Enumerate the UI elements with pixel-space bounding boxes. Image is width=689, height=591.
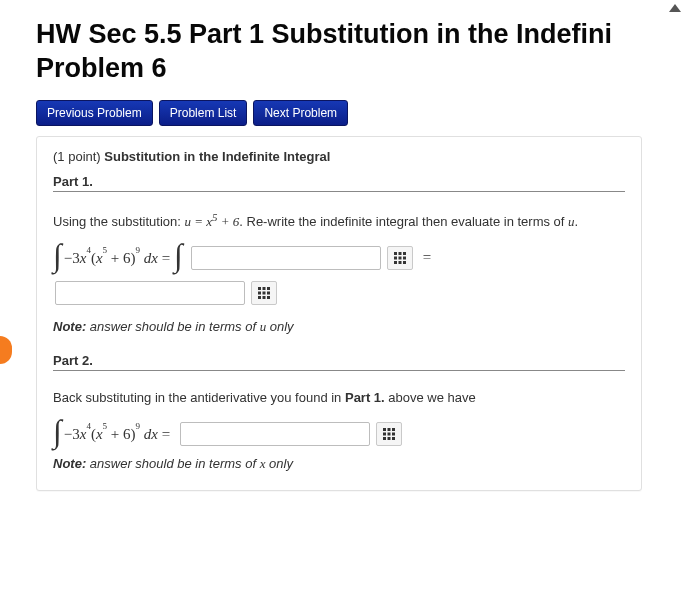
keypad-icon <box>394 252 406 264</box>
previous-problem-button[interactable]: Previous Problem <box>36 100 153 126</box>
svg-rect-10 <box>263 287 266 290</box>
svg-rect-16 <box>263 296 266 299</box>
part1-integrand-input[interactable] <box>191 246 381 270</box>
scroll-up-indicator[interactable] <box>669 4 681 12</box>
part1-intro-after: . Re-write the indefinite integral then … <box>239 214 568 229</box>
svg-rect-20 <box>392 428 395 431</box>
part2-intro-after: above we have <box>385 390 476 405</box>
part2-intro-bold: Part 1. <box>345 390 385 405</box>
points-prefix: (1 point) <box>53 149 104 164</box>
svg-rect-6 <box>394 261 397 264</box>
keypad-icon <box>258 287 270 299</box>
part1-note: Note: answer should be in terms of u onl… <box>53 319 625 335</box>
keypad-icon <box>383 428 395 440</box>
part2-intro-before: Back substituting in the antiderivative … <box>53 390 345 405</box>
svg-rect-2 <box>403 252 406 255</box>
svg-rect-7 <box>398 261 401 264</box>
part2-note-text: answer should be in terms of <box>86 456 259 471</box>
page-title: HW Sec 5.5 Part 1 Substitution in the In… <box>36 18 681 86</box>
part2-note: Note: answer should be in terms of x onl… <box>53 456 625 472</box>
assignment-title: HW Sec 5.5 Part 1 Substitution in the In… <box>36 19 612 49</box>
part2-equation-row: ∫−3x4(x5 + 6)9 dx = <box>53 421 625 447</box>
points-topic: Substitution in the Indefinite Integral <box>104 149 330 164</box>
part2-lhs-integral: ∫−3x4(x5 + 6)9 dx = <box>53 421 174 447</box>
part1-intro-period: . <box>575 214 579 229</box>
svg-rect-19 <box>387 428 390 431</box>
svg-rect-3 <box>394 256 397 259</box>
part1-equation-row: ∫−3x4(x5 + 6)9 dx = ∫ = <box>53 245 625 271</box>
next-problem-button[interactable]: Next Problem <box>253 100 348 126</box>
svg-rect-12 <box>258 291 261 294</box>
part2-heading: Part 2. <box>53 353 625 368</box>
part1-rule <box>53 191 625 192</box>
part1-lhs-integral: ∫−3x4(x5 + 6)9 dx = ∫ <box>53 245 185 271</box>
part1-instructions: Using the substitution: u = x5 + 6. Re-w… <box>53 210 625 232</box>
svg-rect-14 <box>267 291 270 294</box>
svg-rect-18 <box>383 428 386 431</box>
svg-rect-13 <box>263 291 266 294</box>
svg-rect-4 <box>398 256 401 259</box>
part1-result-input[interactable] <box>55 281 245 305</box>
svg-rect-22 <box>387 432 390 435</box>
page-content: HW Sec 5.5 Part 1 Substitution in the In… <box>0 0 689 511</box>
svg-rect-8 <box>403 261 406 264</box>
part1-note-tail: only <box>266 319 293 334</box>
part1-equals: = <box>423 249 431 266</box>
part2-instructions: Back substituting in the antiderivative … <box>53 389 625 407</box>
problem-panel: (1 point) Substitution in the Indefinite… <box>36 136 642 492</box>
svg-rect-23 <box>392 432 395 435</box>
svg-rect-15 <box>258 296 261 299</box>
part2-note-tail: only <box>265 456 292 471</box>
part1-intro-before: Using the substitution: <box>53 214 185 229</box>
svg-rect-25 <box>387 437 390 440</box>
part1-heading: Part 1. <box>53 174 625 189</box>
svg-rect-26 <box>392 437 395 440</box>
problem-list-button[interactable]: Problem List <box>159 100 248 126</box>
svg-rect-5 <box>403 256 406 259</box>
nav-buttons: Previous Problem Problem List Next Probl… <box>36 100 681 126</box>
svg-rect-0 <box>394 252 397 255</box>
part1-note-label: Note: <box>53 319 86 334</box>
keypad-button-p1a[interactable] <box>387 246 413 270</box>
svg-rect-9 <box>258 287 261 290</box>
part2-result-input[interactable] <box>180 422 370 446</box>
svg-rect-24 <box>383 437 386 440</box>
keypad-button-p1b[interactable] <box>251 281 277 305</box>
part2-rule <box>53 370 625 371</box>
part2-note-label: Note: <box>53 456 86 471</box>
svg-rect-17 <box>267 296 270 299</box>
part1-substitution: u = x5 + 6 <box>185 214 240 229</box>
keypad-button-p2[interactable] <box>376 422 402 446</box>
problem-number: Problem 6 <box>36 53 167 83</box>
part1-result-row <box>55 281 625 305</box>
svg-rect-1 <box>398 252 401 255</box>
svg-rect-11 <box>267 287 270 290</box>
points-line: (1 point) Substitution in the Indefinite… <box>53 149 625 164</box>
part1-note-text: answer should be in terms of <box>86 319 259 334</box>
svg-rect-21 <box>383 432 386 435</box>
